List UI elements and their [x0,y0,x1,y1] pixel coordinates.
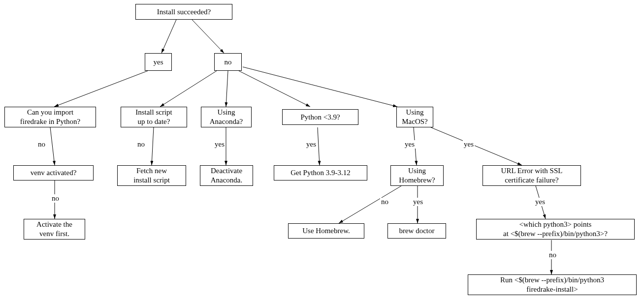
node-script: Install script up to date? [121,107,187,127]
node-fetch: Fetch new install script [117,165,186,186]
edge-label-no: no [37,140,46,149]
node-pyver: Python <3.9? [282,109,358,125]
node-anaconda: Using Anaconda? [201,107,252,127]
node-usehb: Use Homebrew. [288,223,364,239]
svg-line-7 [50,127,55,165]
svg-line-8 [152,127,154,165]
edge-label-yes: yes [305,140,317,149]
node-yes: yes [145,53,172,71]
node-brewdoc: brew doctor [387,223,446,239]
svg-line-0 [161,20,176,53]
svg-line-12 [431,127,522,165]
edge-label-yes: yes [534,198,546,206]
edge-label-yes: yes [404,140,416,149]
svg-line-2 [54,71,148,107]
node-venv: venv activated? [13,165,94,181]
node-deact: Deactivate Anaconda. [200,165,253,186]
node-root: Install succeeded? [135,4,232,20]
edge-label-yes: yes [214,140,225,149]
svg-line-5 [239,71,310,107]
edge-label-yes: yes [412,198,424,206]
svg-line-4 [226,71,228,107]
svg-line-6 [243,67,397,107]
svg-line-3 [160,71,217,107]
node-which: <which python3> points at <$(brew --pref… [476,219,635,240]
edge-label-no: no [136,140,146,149]
node-no: no [214,53,242,71]
node-run: Run <$(brew --prefix)/bin/python3 firedr… [468,274,637,295]
edge-label-no: no [380,198,389,206]
node-activate: Activate the venv first. [24,219,85,240]
node-macos: Using MacOS? [396,107,433,127]
edge-label-no: no [548,251,557,259]
svg-line-10 [318,127,320,165]
svg-line-14 [339,186,401,223]
node-import: Can you import firedrake in Python? [4,107,96,127]
node-getpy: Get Python 3.9-3.12 [274,165,367,181]
edge-label-yes: yes [463,140,475,149]
edge-label-no: no [51,194,60,203]
node-homebrew: Using Homebrew? [390,165,444,186]
svg-line-1 [192,20,224,53]
node-ssl: URL Error with SSL certificate failure? [483,165,581,186]
